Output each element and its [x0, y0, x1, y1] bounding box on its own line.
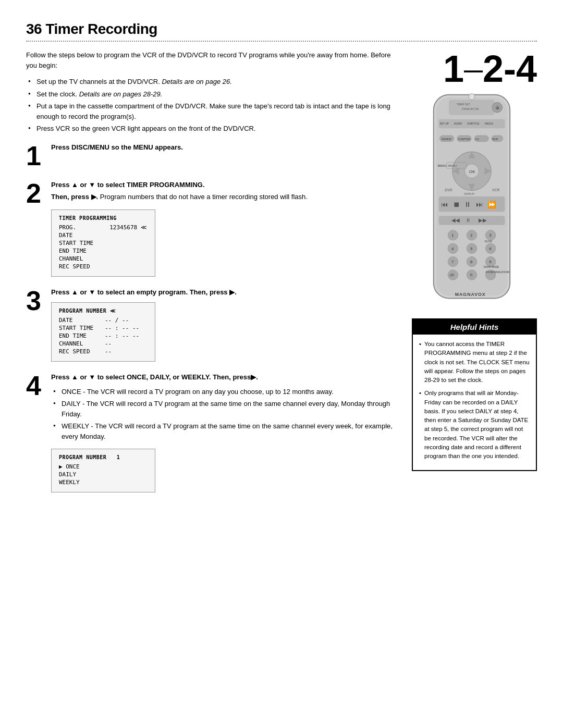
section-divider — [26, 41, 537, 42]
svg-text:7: 7 — [451, 260, 454, 264]
step-2-screen: TIMER PROGRAMMING PROG. 12345678 ≪ DATE … — [51, 209, 155, 277]
hint-1: You cannot access the TIMER PROGRAMMING … — [419, 340, 530, 385]
right-col: 1 — 2-4 TIMER SET STAND-BY ON ⏻ — [412, 50, 537, 503]
svg-text:⏮: ⏮ — [441, 201, 448, 208]
helpful-hints-content: You cannot access the TIMER PROGRAMMING … — [413, 335, 536, 470]
svg-text:4:3: 4:3 — [475, 138, 479, 141]
svg-text:VCR: VCR — [492, 188, 499, 192]
svg-text:-10: -10 — [449, 273, 454, 277]
step-3-number: 3 — [26, 287, 45, 314]
svg-text:⏸: ⏸ — [464, 201, 471, 208]
svg-text:8: 8 — [470, 260, 472, 264]
step-4-number: 4 — [26, 372, 45, 399]
bullet-4: Press VCR so the green VCR light appears… — [28, 124, 401, 134]
intro-bullets: Set up the TV channels at the DVD/VCR. D… — [26, 77, 401, 134]
svg-text:AUDIO: AUDIO — [454, 122, 462, 125]
step-badge-24: 2-4 — [483, 50, 537, 88]
step-4-bullet-3: WEEKLY - The VCR will record a TV progra… — [53, 421, 401, 441]
svg-text:SKIP: SKIP — [492, 138, 498, 141]
svg-text:4: 4 — [451, 246, 454, 251]
intro-text: Follow the steps below to program the VC… — [26, 50, 401, 70]
svg-text:ANGLE: ANGLE — [484, 122, 493, 125]
svg-text:⏭: ⏭ — [476, 201, 483, 208]
svg-text:9: 9 — [489, 260, 491, 264]
bullet-3: Put a tape in the cassette compartment o… — [28, 101, 401, 121]
page-title: 36 Timer Recording — [26, 21, 537, 38]
svg-text:⏻: ⏻ — [496, 106, 499, 109]
svg-text:⏸: ⏸ — [466, 217, 471, 223]
svg-text:DISPLAY: DISPLAY — [464, 193, 475, 195]
step-1-content: Press DISC/MENU so the MENU appears. — [51, 142, 401, 155]
svg-text:6: 6 — [489, 246, 491, 251]
svg-text:MENU: MENU — [448, 164, 457, 167]
svg-text:ZOOM BANG/ZOOM: ZOOM BANG/ZOOM — [485, 271, 509, 274]
step-2-section: 2 Press ▲ or ▼ to select TIMER PROGRAMMI… — [26, 180, 401, 277]
step-2-desc: Then, press ▶. Program numbers that do n… — [51, 192, 401, 202]
step-4-instruction: Press ▲ or ▼ to select ONCE, DAILY, or W… — [51, 372, 401, 382]
step-2-number: 2 — [26, 180, 45, 207]
svg-text:1: 1 — [451, 233, 454, 238]
step-1-section: 1 Press DISC/MENU so the MENU appears. — [26, 142, 401, 169]
step-badge-divider: — — [464, 59, 483, 81]
remote-svg: TIMER SET STAND-BY ON ⏻ SET UP AUDIO SUB… — [417, 90, 527, 309]
svg-text:3: 3 — [489, 233, 491, 238]
svg-text:STAND-BY ON: STAND-BY ON — [461, 108, 479, 110]
helpful-hints-title: Helpful Hints — [413, 319, 536, 335]
svg-text:SURR MODE: SURR MODE — [483, 266, 499, 268]
step-3-section: 3 Press ▲ or ▼ to select an empty progra… — [26, 287, 401, 362]
svg-text:SUBTITLE: SUBTITLE — [467, 122, 480, 125]
step-4-bullet-1: ONCE - The VCR will record a TV program … — [53, 387, 401, 397]
step-4-section: 4 Press ▲ or ▼ to select ONCE, DAILY, or… — [26, 372, 401, 492]
svg-text:2: 2 — [470, 233, 472, 238]
step-3-content: Press ▲ or ▼ to select an empty program.… — [51, 287, 401, 362]
svg-text:TIMER SET: TIMER SET — [457, 103, 470, 106]
bullet-2: Set the clock. Details are on pages 28-2… — [28, 89, 401, 100]
svg-text:⏹: ⏹ — [453, 201, 460, 208]
hint-2: Only programs that will air Monday-Frida… — [419, 389, 530, 461]
step-2-instruction: Press ▲ or ▼ to select TIMER PROGRAMMING… — [51, 180, 401, 190]
step-badge-1: 1 — [443, 50, 464, 88]
svg-text:DVD: DVD — [445, 188, 452, 192]
step-3-screen: PROGRAM NUMBER ≪ DATE-- / -- START TIME-… — [51, 302, 155, 362]
step-4-screen: PROGRAM NUMBER 1 ▶ ONCE DAILY WEEKLY — [51, 449, 155, 492]
svg-text:CHAPTER: CHAPTER — [458, 138, 471, 141]
step-3-instruction: Press ▲ or ▼ to select an empty program.… — [51, 287, 401, 298]
step-2-content: Press ▲ or ▼ to select TIMER PROGRAMMING… — [51, 180, 401, 277]
remote-control: TIMER SET STAND-BY ON ⏻ SET UP AUDIO SUB… — [417, 90, 532, 310]
step-1-number: 1 — [26, 142, 45, 169]
svg-text:MENU: MENU — [438, 164, 447, 167]
step-4-bullets: ONCE - The VCR will record a TV program … — [51, 387, 401, 442]
svg-rect-35 — [439, 216, 505, 225]
step-4-bullet-2: DAILY - The VCR will record a TV program… — [53, 399, 401, 419]
svg-text:REPEAT: REPEAT — [442, 138, 451, 141]
svg-text:5: 5 — [470, 246, 473, 251]
bullet-1: Set up the TV channels at the DVD/VCR. D… — [28, 77, 401, 87]
svg-text:▶▶: ▶▶ — [479, 217, 487, 223]
svg-text:MAGNAVOX: MAGNAVOX — [455, 292, 486, 297]
svg-point-3 — [469, 94, 475, 100]
svg-text:SET UP: SET UP — [439, 122, 449, 125]
svg-text:OK: OK — [469, 169, 475, 174]
svg-text:◀◀: ◀◀ — [451, 217, 460, 223]
svg-text:⏩: ⏩ — [487, 200, 497, 209]
step-1-instruction: Press DISC/MENU so the MENU appears. — [51, 142, 401, 153]
step-4-content: Press ▲ or ▼ to select ONCE, DAILY, or W… — [51, 372, 401, 492]
left-content: Follow the steps below to program the VC… — [26, 50, 401, 503]
svg-text:SLOW: SLOW — [484, 240, 492, 243]
helpful-hints-box: Helpful Hints You cannot access the TIME… — [412, 318, 537, 471]
svg-text:0: 0 — [470, 273, 473, 277]
